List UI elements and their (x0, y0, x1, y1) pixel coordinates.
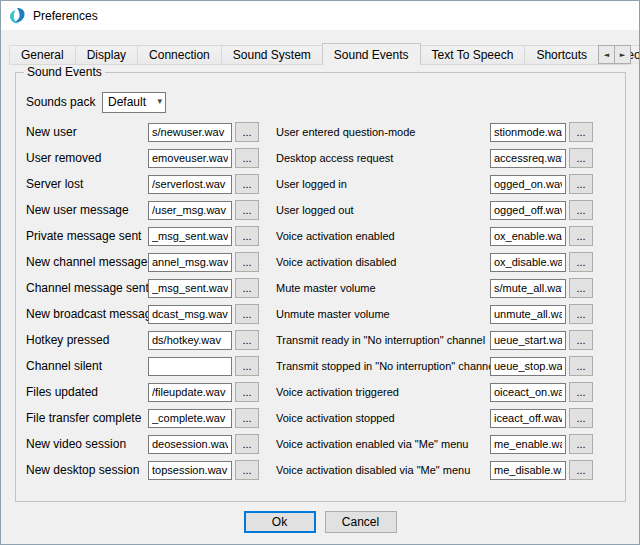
tab-scroll-left-icon[interactable]: ◄ (598, 45, 615, 64)
browse-button[interactable]: ... (569, 252, 593, 272)
browse-button[interactable]: ... (235, 434, 259, 454)
sound-file-input[interactable] (490, 279, 566, 298)
browse-button[interactable]: ... (235, 226, 259, 246)
tab-general[interactable]: General (9, 45, 76, 64)
sound-file-input[interactable] (148, 175, 232, 194)
browse-button[interactable]: ... (235, 304, 259, 324)
sound-file-input[interactable] (490, 435, 566, 454)
sound-event-row: Unmute master volume... (276, 301, 617, 327)
tab-sound-system[interactable]: Sound System (221, 45, 323, 64)
sound-event-row: User logged in... (276, 171, 617, 197)
sound-event-row: User entered question-mode... (276, 119, 617, 145)
tab-scroller: ◄ ► (598, 45, 631, 64)
tab-connection[interactable]: Connection (137, 45, 222, 64)
sound-event-label: New channel message (26, 255, 148, 269)
sound-event-label: Desktop access request (276, 152, 490, 164)
ok-button[interactable]: Ok (244, 511, 316, 533)
sound-event-row: Desktop access request... (276, 145, 617, 171)
sound-file-input[interactable] (490, 383, 566, 402)
sound-event-label: Voice activation enabled via "Me" menu (276, 438, 490, 450)
browse-button[interactable]: ... (569, 408, 593, 428)
sound-event-row: User removed... (26, 145, 264, 171)
sound-event-row: Channel silent... (26, 353, 264, 379)
sound-event-label: Voice activation disabled via "Me" menu (276, 464, 490, 476)
cancel-button[interactable]: Cancel (325, 511, 397, 533)
sound-event-label: Transmit stopped in "No interruption" ch… (276, 360, 490, 372)
sound-file-input[interactable] (148, 123, 232, 142)
browse-button[interactable]: ... (569, 148, 593, 168)
sounds-pack-select[interactable]: Default ▾ (102, 92, 166, 113)
browse-button[interactable]: ... (569, 330, 593, 350)
sound-event-row: Voice activation stopped... (276, 405, 617, 431)
browse-button[interactable]: ... (569, 226, 593, 246)
browse-button[interactable]: ... (569, 460, 593, 480)
browse-button[interactable]: ... (569, 434, 593, 454)
sound-event-label: Mute master volume (276, 282, 490, 294)
sound-event-row: New video session... (26, 431, 264, 457)
sound-event-row: New channel message... (26, 249, 264, 275)
sound-event-row: Server lost... (26, 171, 264, 197)
sound-event-label: New user message (26, 203, 148, 217)
sound-file-input[interactable] (490, 149, 566, 168)
browse-button[interactable]: ... (235, 148, 259, 168)
sound-file-input[interactable] (148, 357, 232, 376)
sound-event-label: Unmute master volume (276, 308, 490, 320)
sound-event-label: Server lost (26, 177, 148, 191)
sound-file-input[interactable] (490, 409, 566, 428)
sound-event-label: User logged out (276, 204, 490, 216)
sound-file-input[interactable] (148, 461, 232, 480)
tab-scroll-right-icon[interactable]: ► (614, 45, 631, 64)
browse-button[interactable]: ... (235, 356, 259, 376)
browse-button[interactable]: ... (569, 278, 593, 298)
browse-button[interactable]: ... (235, 382, 259, 402)
tab-display[interactable]: Display (75, 45, 138, 64)
sound-file-input[interactable] (148, 227, 232, 246)
sound-file-input[interactable] (148, 201, 232, 220)
sound-events-group: Sound Events Sounds pack Default ▾ New u… (15, 72, 626, 502)
sound-file-input[interactable] (148, 383, 232, 402)
sound-event-row: New user... (26, 119, 264, 145)
sound-event-row: Hotkey pressed... (26, 327, 264, 353)
sound-event-label: New user (26, 125, 148, 139)
sound-file-input[interactable] (490, 227, 566, 246)
browse-button[interactable]: ... (235, 122, 259, 142)
browse-button[interactable]: ... (569, 382, 593, 402)
sound-event-row: Transmit stopped in "No interruption" ch… (276, 353, 617, 379)
sound-file-input[interactable] (490, 253, 566, 272)
browse-button[interactable]: ... (235, 330, 259, 350)
sound-file-input[interactable] (148, 409, 232, 428)
sound-file-input[interactable] (490, 123, 566, 142)
browse-button[interactable]: ... (235, 174, 259, 194)
sound-file-input[interactable] (148, 331, 232, 350)
browse-button[interactable]: ... (569, 356, 593, 376)
sound-file-input[interactable] (490, 357, 566, 376)
browse-button[interactable]: ... (569, 304, 593, 324)
browse-button[interactable]: ... (235, 408, 259, 428)
browse-button[interactable]: ... (235, 460, 259, 480)
sound-event-label: Transmit ready in "No interruption" chan… (276, 334, 490, 346)
sound-event-row: Private message sent... (26, 223, 264, 249)
sound-file-input[interactable] (490, 305, 566, 324)
sound-event-label: User logged in (276, 178, 490, 190)
browse-button[interactable]: ... (235, 278, 259, 298)
tab-text-to-speech[interactable]: Text To Speech (420, 45, 526, 64)
tab-shortcuts[interactable]: Shortcuts (524, 45, 599, 64)
sound-file-input[interactable] (490, 201, 566, 220)
browse-button[interactable]: ... (569, 174, 593, 194)
tab-sound-events[interactable]: Sound Events (322, 43, 421, 65)
sound-file-input[interactable] (490, 331, 566, 350)
sound-file-input[interactable] (148, 435, 232, 454)
sound-file-input[interactable] (490, 175, 566, 194)
sound-event-label: Voice activation triggered (276, 386, 490, 398)
sound-file-input[interactable] (148, 253, 232, 272)
sound-file-input[interactable] (148, 305, 232, 324)
browse-button[interactable]: ... (569, 122, 593, 142)
sounds-pack-row: Sounds pack Default ▾ (26, 91, 617, 113)
browse-button[interactable]: ... (235, 200, 259, 220)
sound-file-input[interactable] (148, 149, 232, 168)
sound-event-label: Voice activation enabled (276, 230, 490, 242)
browse-button[interactable]: ... (569, 200, 593, 220)
sound-file-input[interactable] (490, 461, 566, 480)
browse-button[interactable]: ... (235, 252, 259, 272)
sound-file-input[interactable] (148, 279, 232, 298)
